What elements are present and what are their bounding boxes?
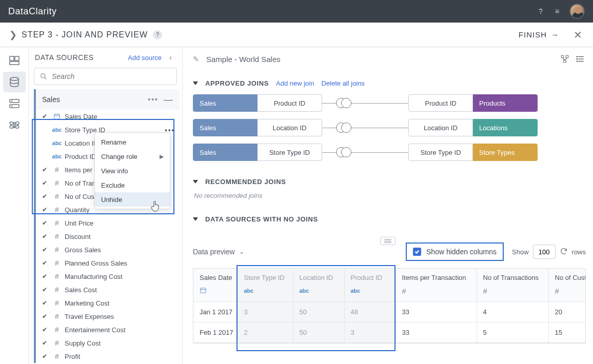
table-header[interactable]: No of Transactions# <box>477 269 548 301</box>
collapse-panel-icon[interactable]: ‹ <box>166 52 176 63</box>
ctx-unhide[interactable]: Unhide <box>95 192 170 207</box>
checkmark-icon: ✔ <box>42 259 49 267</box>
table-header[interactable]: Sales Date <box>193 269 238 301</box>
search-field[interactable] <box>52 72 171 80</box>
column-label: Entertainement Cost <box>65 326 175 334</box>
checkmark-icon: ✔ <box>42 113 49 120</box>
join-right-col[interactable]: Product ID <box>408 94 473 112</box>
column-context-menu: Rename Change role▶ View info Exclude Un… <box>94 132 170 209</box>
column-label: Profit <box>65 353 175 360</box>
table-cell: 3 <box>344 322 396 342</box>
join-right-ds[interactable]: Store Types <box>473 144 538 161</box>
data-source-header[interactable]: Sales ••• — <box>36 89 179 110</box>
data-source-menu-icon[interactable]: ••• <box>148 95 159 104</box>
close-icon[interactable]: ✕ <box>571 29 584 41</box>
ctx-change-role[interactable]: Change role▶ <box>95 149 170 164</box>
join-type-icon[interactable] <box>336 97 351 109</box>
section-toggle-icon[interactable] <box>193 82 198 85</box>
hamburger-icon[interactable]: ≡ <box>549 3 565 19</box>
hash-icon: # <box>52 299 62 307</box>
row-count-input[interactable] <box>533 245 556 259</box>
checkmark-icon: ✔ <box>42 353 49 360</box>
join-type-icon[interactable] <box>336 147 351 158</box>
section-toggle-icon[interactable] <box>193 180 198 184</box>
table-cell: 50 <box>293 322 344 342</box>
search-input[interactable] <box>34 68 177 85</box>
refresh-icon[interactable] <box>560 247 568 257</box>
svg-rect-5 <box>10 105 19 108</box>
column-item[interactable]: ✔#Travel Expenses <box>36 310 179 323</box>
edit-title-icon[interactable]: ✎ <box>193 55 202 63</box>
join-right-ds[interactable]: Locations <box>473 119 538 136</box>
help-icon[interactable]: ? <box>532 3 549 19</box>
column-item[interactable]: ✔#Unit Price <box>36 216 179 230</box>
rows-label: rows <box>572 248 586 256</box>
ctx-view-info[interactable]: View info <box>95 164 170 178</box>
preview-table: Sales DateStore Type IDabcLocation IDabc… <box>193 268 586 343</box>
table-header[interactable]: Store Type IDabc <box>238 269 293 301</box>
nav-item-atom[interactable] <box>3 115 26 135</box>
column-item[interactable]: ✔#Planned Gross Sales <box>36 256 179 270</box>
join-left-col[interactable]: Location ID <box>258 119 322 136</box>
column-item[interactable]: ✔#Profit <box>36 350 179 363</box>
svg-rect-19 <box>564 60 566 63</box>
join-left-ds[interactable]: Sales <box>193 144 258 161</box>
join-left-col[interactable]: Product ID <box>258 94 322 112</box>
column-item[interactable]: ✔#Entertainement Cost <box>36 323 179 336</box>
show-hidden-checkbox[interactable]: Show hidden columns <box>406 242 504 261</box>
ctx-exclude[interactable]: Exclude <box>95 178 170 192</box>
nav-item-sources[interactable] <box>3 50 26 71</box>
join-left-ds[interactable]: Sales <box>193 119 258 136</box>
resize-handle[interactable] <box>380 237 396 245</box>
join-right-ds[interactable]: Products <box>473 94 538 112</box>
checkmark-icon: ✔ <box>42 339 49 347</box>
no-joins-label: DATA SOURCES WITH NO JOINS <box>205 215 318 223</box>
hash-icon: # <box>52 272 62 280</box>
view-graph-icon[interactable] <box>559 53 570 65</box>
finish-button[interactable]: FINISH → <box>519 30 559 39</box>
chevron-right-icon[interactable]: ❯ <box>9 29 22 41</box>
nav-item-database[interactable] <box>3 72 26 92</box>
table-cell: 33 <box>396 301 477 322</box>
table-header[interactable]: No of Customers# <box>548 269 586 301</box>
column-item[interactable]: ✔Sales Date <box>36 110 179 123</box>
svg-point-3 <box>10 77 18 80</box>
checkmark-icon: ✔ <box>42 179 49 187</box>
join-left-col[interactable]: Store Type ID <box>258 144 322 161</box>
join-right-col[interactable]: Store Type ID <box>408 144 473 161</box>
checkmark-icon: ✔ <box>42 233 49 240</box>
column-item[interactable]: ✔#Marketing Cost <box>36 296 179 310</box>
avatar[interactable] <box>569 4 585 19</box>
table-header[interactable]: Items per Transaction# <box>396 269 477 301</box>
collapse-ds-icon[interactable]: — <box>164 95 173 104</box>
add-source-button[interactable]: Add source <box>128 54 162 62</box>
join-left-ds[interactable]: Sales <box>193 94 258 112</box>
delete-all-joins-button[interactable]: Delete all joins <box>321 79 365 87</box>
hash-icon: # <box>52 259 62 267</box>
svg-line-21 <box>565 58 567 60</box>
view-list-icon[interactable] <box>575 53 586 65</box>
show-hidden-label: Show hidden columns <box>426 248 497 256</box>
svg-point-6 <box>11 101 12 102</box>
join-row: SalesProduct IDProduct IDProducts <box>193 94 586 112</box>
add-join-button[interactable]: Add new join <box>276 79 314 87</box>
join-type-icon[interactable] <box>336 122 351 133</box>
ctx-rename[interactable]: Rename <box>95 135 170 149</box>
hash-icon: # <box>52 312 62 320</box>
table-cell: 48 <box>344 301 396 322</box>
data-preview-toggle[interactable]: Data preview⌄ <box>193 248 244 256</box>
section-toggle-icon[interactable] <box>193 217 198 221</box>
step-help-icon[interactable]: ? <box>153 30 162 39</box>
column-item[interactable]: ✔#Supply Cost <box>36 336 179 350</box>
table-header[interactable]: Product IDabc <box>344 269 396 301</box>
table-cell: 20 <box>548 301 586 322</box>
column-item[interactable]: ✔#Discount <box>36 230 179 243</box>
join-right-col[interactable]: Location ID <box>408 119 473 136</box>
column-item[interactable]: ✔#Sales Cost <box>36 283 179 296</box>
column-item[interactable]: ✔#Manufacturing Cost <box>36 270 179 283</box>
table-cell: 3 <box>238 301 293 322</box>
checkmark-icon: ✔ <box>42 286 49 293</box>
nav-item-server[interactable] <box>3 93 26 114</box>
column-item[interactable]: ✔#Gross Sales <box>36 243 179 256</box>
table-header[interactable]: Location IDabc <box>293 269 344 301</box>
